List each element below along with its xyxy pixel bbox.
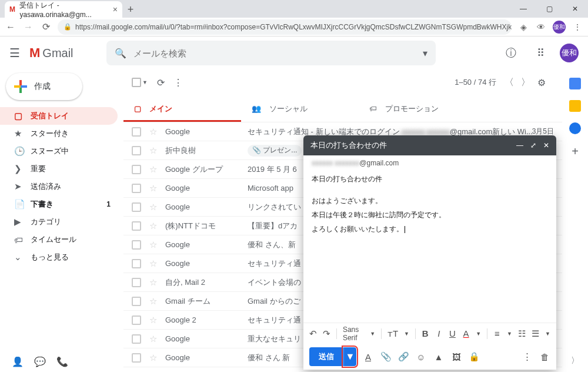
- star-icon[interactable]: ☆: [149, 221, 157, 231]
- attachment-chip[interactable]: 📎 プレゼン...: [248, 145, 302, 157]
- new-tab-button[interactable]: +: [122, 1, 139, 18]
- compose-to-field[interactable]: xxxxxx xxxxxxx@gmail.com: [303, 155, 556, 171]
- refresh-icon[interactable]: ⟳: [157, 77, 173, 88]
- account-avatar[interactable]: 優和: [560, 44, 579, 62]
- row-checkbox[interactable]: [132, 165, 141, 174]
- star-icon[interactable]: ☆: [149, 127, 157, 137]
- window-close-button[interactable]: ✕: [562, 0, 588, 18]
- compose-body[interactable]: おはようございます。本日は午後２時に御社に訪問の予定です。よろしくお願いいたしま…: [303, 188, 556, 323]
- get-addons-icon[interactable]: +: [572, 145, 579, 158]
- sidebar-item-8[interactable]: ⌄もっと見る: [0, 248, 118, 266]
- star-icon[interactable]: ☆: [149, 334, 157, 344]
- category-tab-1[interactable]: 👥ソーシャル: [241, 95, 359, 122]
- confidential-icon[interactable]: 🔒: [468, 351, 480, 362]
- text-color-icon[interactable]: A: [462, 328, 470, 338]
- sidebar-item-0[interactable]: ▢受信トレイ: [0, 107, 118, 125]
- font-size-icon[interactable]: ᴛT: [387, 328, 398, 339]
- main-menu-icon[interactable]: ☰: [9, 46, 20, 60]
- sidebar-item-5[interactable]: 📄下書き1: [0, 195, 118, 213]
- gmail-logo[interactable]: M Gmail: [29, 45, 74, 61]
- calendar-addon-icon[interactable]: [569, 78, 581, 89]
- sidebar-item-2[interactable]: 🕒スヌーズ中: [0, 142, 118, 160]
- numbered-list-icon[interactable]: ☷: [518, 328, 526, 339]
- window-maximize-button[interactable]: ▢: [536, 0, 562, 18]
- search-icon[interactable]: 🔍: [115, 48, 126, 59]
- select-all-checkbox[interactable]: [132, 78, 141, 87]
- row-checkbox[interactable]: [132, 202, 141, 212]
- row-checkbox[interactable]: [132, 184, 141, 193]
- star-icon[interactable]: ☆: [149, 315, 157, 326]
- browser-menu-icon[interactable]: ⋮: [572, 22, 583, 32]
- nav-reload-icon[interactable]: ⟳: [40, 21, 52, 32]
- compose-more-icon[interactable]: ⋮: [521, 351, 533, 362]
- eye-icon[interactable]: 👁: [535, 22, 547, 32]
- row-checkbox[interactable]: [132, 259, 141, 268]
- row-checkbox[interactable]: [132, 297, 141, 306]
- window-minimize-button[interactable]: —: [510, 0, 536, 18]
- font-family-select[interactable]: Sans Serif: [343, 326, 364, 342]
- search-input[interactable]: [133, 48, 423, 58]
- collapse-panel-icon[interactable]: 〉: [571, 356, 579, 366]
- row-checkbox[interactable]: [132, 315, 141, 325]
- row-checkbox[interactable]: [132, 127, 141, 137]
- url-input[interactable]: 🔒 https://mail.google.com/mail/u/0/?tab=…: [58, 19, 512, 35]
- star-icon[interactable]: ☆: [149, 183, 157, 194]
- star-icon[interactable]: ☆: [149, 258, 157, 269]
- image-icon[interactable]: 🖼: [450, 352, 462, 362]
- search-options-icon[interactable]: ▾: [423, 48, 427, 59]
- compose-expand-icon[interactable]: ⤢: [530, 141, 536, 150]
- star-icon[interactable]: ☆: [149, 164, 157, 175]
- page-prev-icon[interactable]: 〈: [505, 77, 521, 89]
- row-checkbox[interactable]: [132, 353, 141, 363]
- sidebar-item-6[interactable]: ▶カテゴリ: [0, 213, 118, 231]
- hangouts-phone-icon[interactable]: 📞: [56, 356, 68, 367]
- star-icon[interactable]: ☆: [149, 145, 157, 156]
- row-checkbox[interactable]: [132, 146, 141, 155]
- italic-icon[interactable]: I: [435, 328, 443, 338]
- browser-avatar[interactable]: 優和: [553, 21, 566, 34]
- hangouts-person-icon[interactable]: 👤: [12, 356, 24, 367]
- tasks-addon-icon[interactable]: [569, 122, 581, 134]
- star-icon[interactable]: ☆: [149, 353, 157, 363]
- send-button[interactable]: 送信: [309, 347, 343, 366]
- compose-header[interactable]: 本日の打ち合わせの件 — ⤢ ✕: [303, 135, 556, 155]
- bold-icon[interactable]: B: [422, 328, 429, 338]
- compose-button[interactable]: 作成: [6, 73, 82, 100]
- row-checkbox[interactable]: [132, 240, 141, 250]
- discard-icon[interactable]: 🗑: [539, 352, 550, 362]
- sidebar-item-1[interactable]: ★スター付き: [0, 125, 118, 142]
- redo-icon[interactable]: ↷: [323, 328, 330, 339]
- row-checkbox[interactable]: [132, 278, 141, 287]
- tab-close-icon[interactable]: ×: [113, 5, 118, 14]
- sidebar-item-4[interactable]: ➤送信済み: [0, 178, 118, 195]
- emoji-icon[interactable]: ☺: [415, 352, 427, 362]
- hangouts-chat-icon[interactable]: 💬: [34, 356, 46, 367]
- category-tab-0[interactable]: ▢メイン: [123, 95, 241, 122]
- row-checkbox[interactable]: [132, 334, 141, 344]
- compose-close-icon[interactable]: ✕: [543, 141, 549, 150]
- support-icon[interactable]: ⓘ: [501, 46, 521, 60]
- attach-icon[interactable]: 📎: [380, 351, 392, 362]
- apps-grid-icon[interactable]: ⠿: [530, 46, 550, 59]
- nav-back-icon[interactable]: ←: [5, 22, 16, 32]
- send-options-dropdown[interactable]: ▼: [343, 347, 356, 366]
- align-icon[interactable]: ≡: [493, 328, 501, 338]
- star-icon[interactable]: ☆: [149, 202, 157, 212]
- star-icon[interactable]: ☆: [149, 296, 157, 307]
- star-icon[interactable]: ☆: [149, 277, 157, 288]
- page-next-icon[interactable]: 〉: [521, 77, 537, 89]
- link-icon[interactable]: 🔗: [397, 351, 409, 362]
- underline-icon[interactable]: U: [449, 328, 456, 338]
- compose-minimize-icon[interactable]: —: [516, 141, 523, 150]
- sidebar-item-7[interactable]: 🏷タイムセール: [0, 231, 118, 248]
- category-tab-2[interactable]: 🏷プロモーション: [359, 95, 476, 122]
- compose-subject-field[interactable]: 本日の打ち合わせの件: [303, 171, 556, 188]
- keep-addon-icon[interactable]: [569, 100, 581, 112]
- select-dropdown-icon[interactable]: ▼: [142, 79, 148, 85]
- sidebar-item-3[interactable]: ❯重要: [0, 160, 118, 178]
- more-actions-icon[interactable]: ⋮: [173, 77, 190, 88]
- bullet-list-icon[interactable]: ☰: [532, 328, 539, 339]
- search-box[interactable]: 🔍 ▾: [106, 41, 436, 65]
- browser-tab[interactable]: M 受信トレイ - yasawa.orinaka@gm... ×: [5, 1, 122, 18]
- row-checkbox[interactable]: [132, 221, 141, 231]
